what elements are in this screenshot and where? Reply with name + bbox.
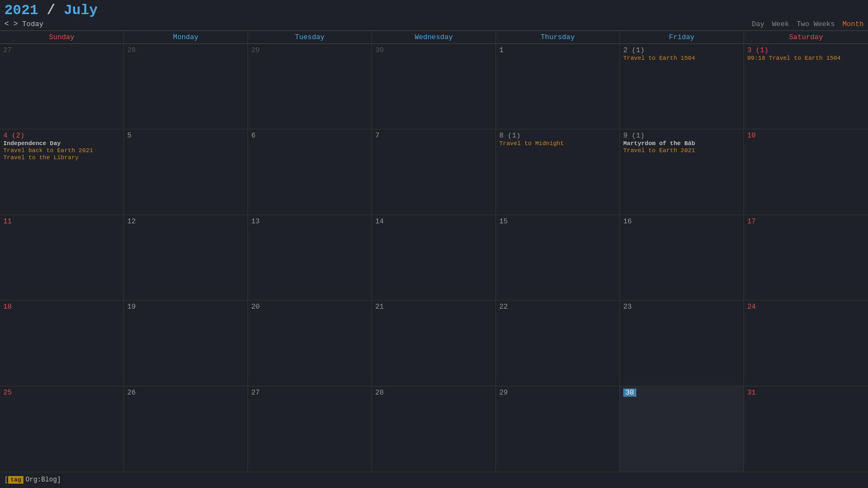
day-header-friday: Friday bbox=[620, 31, 744, 43]
bottom-bar: [tagOrg:Blog] bbox=[0, 472, 868, 487]
day-number: 9 (1) bbox=[623, 132, 644, 140]
view-month[interactable]: Month bbox=[842, 20, 864, 28]
day-header-monday: Monday bbox=[124, 31, 248, 43]
day-number: 17 bbox=[747, 217, 756, 226]
calendar-cell-28[interactable]: 28 bbox=[372, 386, 496, 472]
calendar-cell-2[interactable]: 2 (1)Travel to Earth 1504 bbox=[620, 44, 744, 129]
event-item[interactable]: Travel to Earth 2021 bbox=[623, 147, 740, 154]
prev-button[interactable]: < bbox=[4, 20, 9, 28]
calendar-cell-31[interactable]: 31 bbox=[744, 386, 868, 472]
week-row-3: 18192021222324 bbox=[0, 301, 868, 386]
day-number: 30 bbox=[623, 389, 636, 397]
calendar-cell-28[interactable]: 28 bbox=[124, 44, 248, 129]
day-number: 27 bbox=[3, 46, 12, 54]
calendar-cell-19[interactable]: 19 bbox=[124, 301, 248, 385]
calendar-grid: 2728293012 (1)Travel to Earth 15043 (1)0… bbox=[0, 44, 868, 472]
header: 2021 / July bbox=[0, 0, 868, 20]
view-two-weeks[interactable]: Two Weeks bbox=[797, 20, 835, 28]
calendar-cell-24[interactable]: 24 bbox=[744, 301, 868, 385]
day-number: 8 (1) bbox=[499, 132, 520, 140]
title-month: July bbox=[64, 2, 97, 18]
day-number: 26 bbox=[127, 389, 136, 397]
event-item[interactable]: Travel to the Library bbox=[3, 154, 120, 161]
day-number: 15 bbox=[499, 217, 508, 226]
tag-badge: tag bbox=[8, 476, 23, 484]
event-item[interactable]: Travel to Earth 1504 bbox=[623, 55, 740, 61]
day-header-wednesday: Wednesday bbox=[372, 31, 496, 43]
day-number: 30 bbox=[375, 46, 384, 54]
calendar-cell-14[interactable]: 14 bbox=[372, 215, 496, 300]
day-header-thursday: Thursday bbox=[496, 31, 620, 43]
nav-row: < > Today Day Week Two Weeks Month bbox=[0, 20, 868, 30]
calendar-cell-30[interactable]: 30 bbox=[620, 386, 744, 472]
calendar-cell-29[interactable]: 29 bbox=[248, 44, 372, 129]
calendar-cell-30[interactable]: 30 bbox=[372, 44, 496, 129]
event-item[interactable]: 09:18 Travel to Earth 1504 bbox=[747, 55, 865, 61]
calendar-cell-27[interactable]: 27 bbox=[248, 386, 372, 472]
day-number: 28 bbox=[127, 46, 136, 54]
calendar-cell-17[interactable]: 17 bbox=[744, 215, 868, 300]
calendar-title: 2021 / July bbox=[4, 2, 98, 18]
day-number: 1 bbox=[499, 46, 504, 54]
day-number: 2 (1) bbox=[623, 46, 644, 54]
calendar-cell-11[interactable]: 11 bbox=[0, 215, 124, 300]
calendar-cell-22[interactable]: 22 bbox=[496, 301, 620, 385]
week-row-0: 2728293012 (1)Travel to Earth 15043 (1)0… bbox=[0, 44, 868, 129]
calendar-cell-5[interactable]: 5 bbox=[124, 129, 248, 214]
day-number: 21 bbox=[375, 303, 384, 311]
calendar-cell-21[interactable]: 21 bbox=[372, 301, 496, 385]
day-header-tuesday: Tuesday bbox=[248, 31, 372, 43]
day-number: 23 bbox=[623, 303, 632, 311]
calendar-cell-6[interactable]: 6 bbox=[248, 129, 372, 214]
calendar-cell-13[interactable]: 13 bbox=[248, 215, 372, 300]
day-number: 28 bbox=[375, 389, 384, 397]
event-item[interactable]: Travel back to Earth 2021 bbox=[3, 147, 120, 154]
calendar-cell-20[interactable]: 20 bbox=[248, 301, 372, 385]
calendar-cell-7[interactable]: 7 bbox=[372, 129, 496, 214]
day-number: 29 bbox=[499, 389, 508, 397]
title-year: 2021 bbox=[4, 2, 38, 18]
calendar-cell-26[interactable]: 26 bbox=[124, 386, 248, 472]
day-number: 31 bbox=[747, 389, 756, 397]
calendar-cell-27[interactable]: 27 bbox=[0, 44, 124, 129]
calendar-cell-8[interactable]: 8 (1)Travel to Midnight bbox=[496, 129, 620, 214]
calendar-cell-12[interactable]: 12 bbox=[124, 215, 248, 300]
view-week[interactable]: Week bbox=[772, 20, 789, 28]
day-number: 24 bbox=[747, 303, 756, 311]
calendar-cell-9[interactable]: 9 (1)Martyrdom of the BábTravel to Earth… bbox=[620, 129, 744, 214]
calendar-cell-18[interactable]: 18 bbox=[0, 301, 124, 385]
day-number: 20 bbox=[251, 303, 260, 311]
today-button[interactable]: Today bbox=[22, 20, 44, 28]
day-number: 10 bbox=[747, 132, 756, 140]
title-slash: / bbox=[38, 2, 64, 18]
event-item[interactable]: Travel to Midnight bbox=[499, 140, 616, 147]
week-row-2: 11121314151617 bbox=[0, 215, 868, 301]
calendar-cell-15[interactable]: 15 bbox=[496, 215, 620, 300]
calendar-cell-16[interactable]: 16 bbox=[620, 215, 744, 300]
day-number: 7 bbox=[375, 132, 380, 140]
day-number: 19 bbox=[127, 303, 136, 311]
calendar-cell-3[interactable]: 3 (1)09:18 Travel to Earth 1504 bbox=[744, 44, 868, 129]
event-item[interactable]: Martyrdom of the Báb bbox=[623, 140, 740, 147]
day-number: 4 (2) bbox=[3, 132, 24, 140]
day-number: 6 bbox=[251, 132, 256, 140]
calendar-cell-10[interactable]: 10 bbox=[744, 129, 868, 214]
calendar-cell-1[interactable]: 1 bbox=[496, 44, 620, 129]
day-header-saturday: Saturday bbox=[744, 31, 868, 43]
calendar-cell-4[interactable]: 4 (2)Independence DayTravel back to Eart… bbox=[0, 129, 124, 214]
day-headers: SundayMondayTuesdayWednesdayThursdayFrid… bbox=[0, 31, 868, 44]
day-header-sunday: Sunday bbox=[0, 31, 124, 43]
event-item[interactable]: Independence Day bbox=[3, 140, 120, 147]
day-number: 12 bbox=[127, 217, 136, 226]
week-row-1: 4 (2)Independence DayTravel back to Eart… bbox=[0, 129, 868, 215]
view-day[interactable]: Day bbox=[752, 20, 764, 28]
next-button[interactable]: > bbox=[13, 20, 17, 28]
calendar-cell-23[interactable]: 23 bbox=[620, 301, 744, 385]
calendar-cell-29[interactable]: 29 bbox=[496, 386, 620, 472]
day-number: 14 bbox=[375, 217, 384, 226]
calendar-cell-25[interactable]: 25 bbox=[0, 386, 124, 472]
day-number: 13 bbox=[251, 217, 260, 226]
calendar: SundayMondayTuesdayWednesdayThursdayFrid… bbox=[0, 30, 868, 472]
day-number: 18 bbox=[3, 303, 12, 311]
day-number: 11 bbox=[3, 217, 12, 226]
